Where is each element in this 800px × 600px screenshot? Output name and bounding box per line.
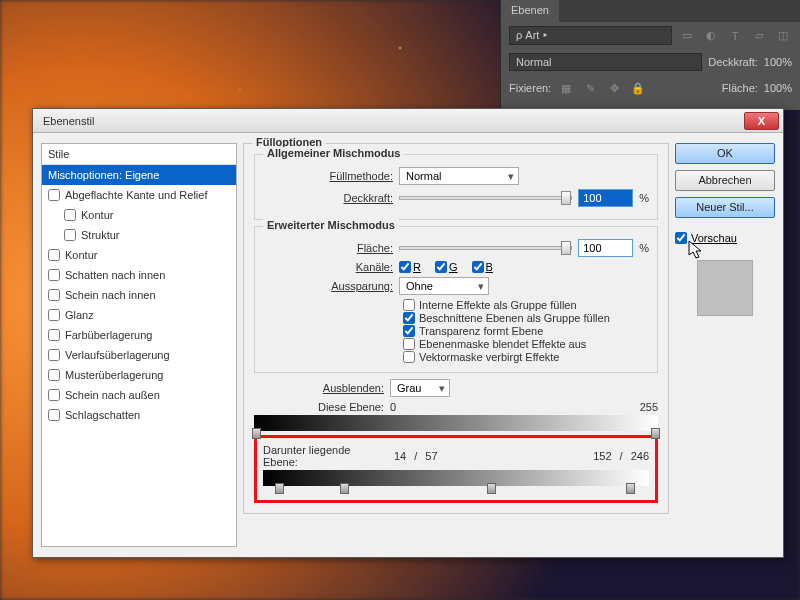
filter-img-icon[interactable]: ▭ bbox=[678, 27, 696, 45]
layer-style-dialog: Ebenenstil X Stile Mischoptionen: Eigene… bbox=[32, 108, 784, 558]
style-check-7[interactable] bbox=[48, 309, 60, 321]
blend-if-label: Ausblenden: bbox=[254, 382, 384, 394]
opacity-row-label: Deckkraft: bbox=[263, 192, 393, 204]
lock-transparent-icon[interactable]: ▦ bbox=[557, 79, 575, 97]
style-label-7: Glanz bbox=[65, 309, 94, 321]
style-item-0[interactable]: Mischoptionen: Eigene bbox=[42, 165, 236, 185]
ok-button[interactable]: OK bbox=[675, 143, 775, 164]
advanced-blend-title: Erweiterter Mischmodus bbox=[263, 219, 399, 231]
filter-shape-icon[interactable]: ▱ bbox=[750, 27, 768, 45]
opacity-label: Deckkraft: bbox=[708, 56, 758, 68]
style-check-5[interactable] bbox=[48, 269, 60, 281]
adv-check-label-2: Transparenz formt Ebene bbox=[419, 325, 543, 337]
under-thumb-1[interactable] bbox=[275, 483, 284, 494]
under-thumb-3[interactable] bbox=[487, 483, 496, 494]
knockout-select[interactable]: Ohne bbox=[399, 277, 489, 295]
style-label-8: Farbüberlagerung bbox=[65, 329, 152, 341]
blend-mode-select[interactable]: Normal bbox=[509, 53, 702, 71]
style-label-10: Musterüberlagerung bbox=[65, 369, 163, 381]
filter-smart-icon[interactable]: ◫ bbox=[774, 27, 792, 45]
style-check-4[interactable] bbox=[48, 249, 60, 261]
style-label-6: Schein nach innen bbox=[65, 289, 156, 301]
adv-check-2[interactable] bbox=[403, 325, 415, 337]
under-layer-gradient[interactable] bbox=[263, 470, 649, 486]
style-item-6[interactable]: Schein nach innen bbox=[42, 285, 236, 305]
fill-label: Fläche: bbox=[722, 82, 758, 94]
style-item-2[interactable]: Kontur bbox=[42, 205, 236, 225]
style-label-9: Verlaufsüberlagerung bbox=[65, 349, 170, 361]
layer-filter-select[interactable]: ρ Art ‣ bbox=[509, 26, 672, 45]
fill-area-input[interactable] bbox=[578, 239, 633, 257]
channel-r-check[interactable] bbox=[399, 261, 411, 273]
styles-list: Stile Mischoptionen: EigeneAbgeflachte K… bbox=[41, 143, 237, 547]
preview-swatch bbox=[697, 260, 753, 316]
style-check-11[interactable] bbox=[48, 389, 60, 401]
style-item-11[interactable]: Schein nach außen bbox=[42, 385, 236, 405]
style-check-6[interactable] bbox=[48, 289, 60, 301]
style-item-3[interactable]: Struktur bbox=[42, 225, 236, 245]
style-label-3: Struktur bbox=[81, 229, 120, 241]
fill-method-select[interactable]: Normal bbox=[399, 167, 519, 185]
under-val-b: 57 bbox=[425, 450, 437, 462]
blend-if-select[interactable]: Grau bbox=[390, 379, 450, 397]
style-item-8[interactable]: Farbüberlagerung bbox=[42, 325, 236, 345]
style-check-8[interactable] bbox=[48, 329, 60, 341]
highlight-box: Darunter liegende Ebene: 14/ 57 152/ 246 bbox=[254, 435, 658, 503]
style-item-9[interactable]: Verlaufsüberlagerung bbox=[42, 345, 236, 365]
style-item-5[interactable]: Schatten nach innen bbox=[42, 265, 236, 285]
style-check-1[interactable] bbox=[48, 189, 60, 201]
this-layer-label: Diese Ebene: bbox=[254, 401, 384, 413]
preview-label: Vorschau bbox=[691, 232, 737, 244]
adv-check-1[interactable] bbox=[403, 312, 415, 324]
style-label-2: Kontur bbox=[81, 209, 113, 221]
cancel-button[interactable]: Abbrechen bbox=[675, 170, 775, 191]
this-layer-thumb-white[interactable] bbox=[651, 428, 660, 439]
style-item-7[interactable]: Glanz bbox=[42, 305, 236, 325]
titlebar[interactable]: Ebenenstil X bbox=[33, 109, 783, 133]
under-val-d: 246 bbox=[631, 450, 649, 462]
style-label-12: Schlagschatten bbox=[65, 409, 140, 421]
under-val-a: 14 bbox=[394, 450, 406, 462]
close-button[interactable]: X bbox=[744, 112, 779, 130]
style-check-12[interactable] bbox=[48, 409, 60, 421]
opacity-slider[interactable] bbox=[399, 196, 572, 200]
fill-area-slider[interactable] bbox=[399, 246, 572, 250]
this-layer-thumb-black[interactable] bbox=[252, 428, 261, 439]
under-thumb-4[interactable] bbox=[626, 483, 635, 494]
style-item-12[interactable]: Schlagschatten bbox=[42, 405, 236, 425]
style-item-1[interactable]: Abgeflachte Kante und Relief bbox=[42, 185, 236, 205]
tab-layers[interactable]: Ebenen bbox=[501, 0, 559, 22]
opacity-input[interactable] bbox=[578, 189, 633, 207]
opacity-value[interactable]: 100% bbox=[764, 56, 792, 68]
adv-check-label-4: Vektormaske verbirgt Effekte bbox=[419, 351, 559, 363]
this-layer-gradient[interactable] bbox=[254, 415, 658, 431]
style-check-2[interactable] bbox=[64, 209, 76, 221]
adv-check-3[interactable] bbox=[403, 338, 415, 350]
channel-g-check[interactable] bbox=[435, 261, 447, 273]
under-thumb-2[interactable] bbox=[340, 483, 349, 494]
lock-position-icon[interactable]: ✥ bbox=[605, 79, 623, 97]
new-style-button[interactable]: Neuer Stil... bbox=[675, 197, 775, 218]
fill-area-label: Fläche: bbox=[263, 242, 393, 254]
channel-r-label: R bbox=[413, 261, 421, 273]
adv-check-0[interactable] bbox=[403, 299, 415, 311]
channel-b-check[interactable] bbox=[472, 261, 484, 273]
lock-all-icon[interactable]: 🔒 bbox=[629, 79, 647, 97]
adv-check-4[interactable] bbox=[403, 351, 415, 363]
fill-value[interactable]: 100% bbox=[764, 82, 792, 94]
options-area: Fülloptionen Allgemeiner Mischmodus Füll… bbox=[243, 143, 669, 547]
dialog-buttons: OK Abbrechen Neuer Stil... Vorschau bbox=[675, 143, 775, 547]
adv-check-label-3: Ebenenmaske blendet Effekte aus bbox=[419, 338, 586, 350]
style-item-10[interactable]: Musterüberlagerung bbox=[42, 365, 236, 385]
filter-adj-icon[interactable]: ◐ bbox=[702, 27, 720, 45]
lock-pixels-icon[interactable]: ✎ bbox=[581, 79, 599, 97]
fill-method-label: Füllmethode: bbox=[263, 170, 393, 182]
adv-check-label-0: Interne Effekte als Gruppe füllen bbox=[419, 299, 577, 311]
layers-panel: Ebenen ρ Art ‣ ▭ ◐ T ▱ ◫ Normal Deckkraf… bbox=[500, 0, 800, 110]
filter-type-icon[interactable]: T bbox=[726, 27, 744, 45]
style-item-4[interactable]: Kontur bbox=[42, 245, 236, 265]
style-check-3[interactable] bbox=[64, 229, 76, 241]
preview-check[interactable] bbox=[675, 232, 687, 244]
style-check-9[interactable] bbox=[48, 349, 60, 361]
style-check-10[interactable] bbox=[48, 369, 60, 381]
